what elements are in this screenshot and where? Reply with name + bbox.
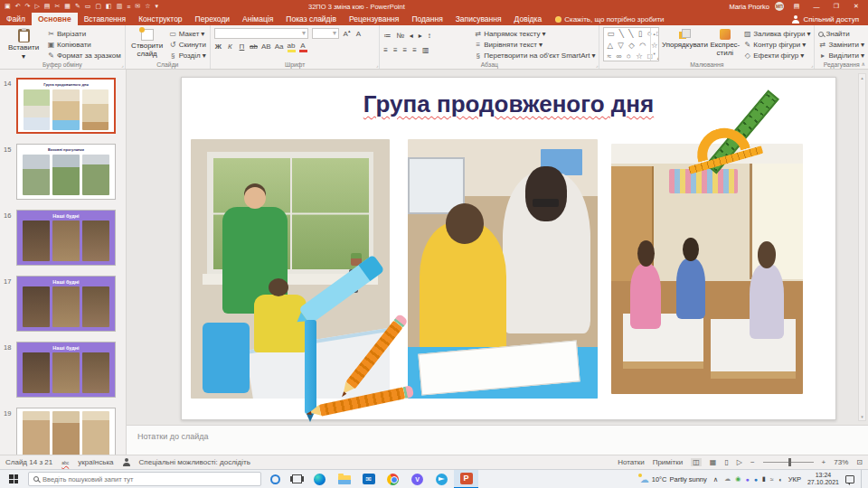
task-view-button[interactable] xyxy=(286,470,307,488)
arrange-button[interactable]: Упорядкувати xyxy=(663,27,706,49)
new-slide-button[interactable]: Створити слайд xyxy=(129,27,165,58)
slide-thumbnail-19[interactable]: 19 xyxy=(0,408,127,455)
bold-button[interactable]: Ж xyxy=(214,42,222,51)
language-indicator[interactable]: українська xyxy=(78,458,113,466)
zoom-in-button[interactable]: + xyxy=(822,458,826,466)
dialog-launcher-icon[interactable]: ⌟ xyxy=(121,62,123,68)
action-center-icon[interactable] xyxy=(845,475,854,483)
shapes-gallery-scrollbar[interactable]: ▴ ▾ xyxy=(650,28,658,61)
change-case-button[interactable]: Аа xyxy=(275,42,284,51)
quick-styles-button[interactable]: Експрес-стилі xyxy=(710,27,740,57)
cut-button[interactable]: ✂Вирізати xyxy=(47,30,121,38)
blue-pencil-clipart[interactable] xyxy=(305,320,316,414)
zoom-level[interactable]: 73% xyxy=(834,458,848,466)
columns-button[interactable]: ▥ xyxy=(422,46,429,54)
show-desktop-button[interactable] xyxy=(861,470,864,488)
slideshow-icon[interactable]: ▷ xyxy=(34,3,39,10)
align-center-button[interactable]: ≡ xyxy=(393,46,398,54)
scroll-up-icon[interactable]: ▴ xyxy=(861,75,863,80)
ribbon-display-options-icon[interactable]: ▤ xyxy=(789,3,804,10)
avatar[interactable]: МП xyxy=(775,2,784,11)
tab-view[interactable]: Подання xyxy=(405,13,448,25)
taskbar-app-explorer[interactable] xyxy=(332,470,356,488)
reset-button[interactable]: ↺Скинути xyxy=(169,41,206,49)
find-button[interactable]: Знайти xyxy=(818,30,864,38)
slide-thumbnail-14[interactable]: 14 Група продовженого дня xyxy=(0,78,127,137)
tab-home[interactable]: Основне xyxy=(32,13,78,25)
email-icon[interactable]: ✉ xyxy=(135,3,140,10)
table-icon[interactable]: ▦ xyxy=(64,3,71,10)
strikethrough-button[interactable]: ab xyxy=(250,42,258,51)
taskbar-app-edge[interactable] xyxy=(307,470,332,488)
tab-file[interactable]: Файл xyxy=(0,13,32,25)
layout-button[interactable]: ▭Макет▾ xyxy=(169,30,206,38)
fit-to-window-button[interactable]: ⊡ xyxy=(856,458,863,466)
draw-icon[interactable]: ✎ xyxy=(75,3,80,10)
redo-icon[interactable]: ↷ xyxy=(25,3,31,10)
dialog-launcher-icon[interactable]: ⌟ xyxy=(376,62,378,68)
taskbar-app-chrome[interactable] xyxy=(381,470,405,488)
shape-fill-button[interactable]: ▨Заливка фігури▾ xyxy=(743,30,810,38)
paste-button[interactable]: Вставити ▾ xyxy=(4,27,43,61)
shape-effects-button[interactable]: ◇Ефекти фігур▾ xyxy=(743,52,810,60)
tab-slideshow[interactable]: Показ слайдів xyxy=(279,13,343,25)
spellcheck-icon[interactable]: abc xyxy=(61,460,69,465)
slide-title[interactable]: Група продовженого дня xyxy=(182,90,835,118)
zoom-slider-thumb[interactable] xyxy=(788,458,791,466)
character-spacing-button[interactable]: АВ xyxy=(261,42,271,51)
textbox-icon[interactable]: ▭ xyxy=(85,3,91,10)
normal-view-button[interactable]: ◫ xyxy=(691,458,702,466)
tab-design[interactable]: Конструктор xyxy=(132,13,188,25)
slideshow-view-button[interactable]: ▷ xyxy=(737,458,742,466)
taskbar-search[interactable] xyxy=(28,472,261,486)
battery-icon[interactable]: ▮ xyxy=(762,475,766,483)
numbering-button[interactable]: № xyxy=(396,32,404,40)
slide-thumbnail-17[interactable]: 17 Наші будні xyxy=(0,276,127,335)
close-button[interactable]: ✕ xyxy=(849,3,863,10)
bluetooth-icon[interactable]: ● xyxy=(754,476,758,483)
dialog-launcher-icon[interactable]: ⌟ xyxy=(596,62,598,68)
line-spacing-button[interactable]: ↕ xyxy=(428,32,431,40)
notes-toggle-button[interactable]: Нотатки xyxy=(618,458,645,466)
layout-icon[interactable]: ▥ xyxy=(117,3,123,10)
taskbar-app-mail[interactable]: ✉ xyxy=(356,470,381,488)
list-icon[interactable]: ≡ xyxy=(127,4,130,10)
slide-canvas[interactable]: Група продовженого дня xyxy=(181,77,836,420)
collapse-ribbon-button[interactable]: ∧ xyxy=(862,61,865,67)
scroll-up-icon[interactable]: ▴ xyxy=(654,29,657,41)
notes-pane[interactable]: Нотатки до слайда xyxy=(127,425,868,455)
scroll-down-icon[interactable]: ▾ xyxy=(654,49,657,61)
taskbar-app-powerpoint[interactable]: P xyxy=(454,470,478,488)
text-direction-button[interactable]: ⇄Напрямок тексту▾ xyxy=(474,30,595,38)
tab-recording[interactable]: Записування xyxy=(449,13,508,25)
section-button[interactable]: §Розділ▾ xyxy=(169,52,206,60)
tab-help[interactable]: Довідка xyxy=(508,13,549,25)
onedrive-icon[interactable]: ☁ xyxy=(724,475,731,483)
bullets-button[interactable]: ≔ xyxy=(383,32,391,40)
slide-thumbnail-15[interactable]: 15 Виховні прогулянки xyxy=(0,144,127,203)
tab-transitions[interactable]: Переходи xyxy=(189,13,237,25)
slide-thumbnail-18[interactable]: 18 Наші будні xyxy=(0,342,127,401)
font-size-select[interactable]: ▾ xyxy=(312,28,339,39)
language-switcher[interactable]: УКР xyxy=(788,475,801,483)
favorite-icon[interactable]: ☆ xyxy=(145,3,150,10)
underline-button[interactable]: П xyxy=(238,42,246,51)
minimize-button[interactable]: — xyxy=(809,4,824,10)
tab-insert[interactable]: Вставлення xyxy=(78,13,132,25)
taskbar-app-telegram[interactable] xyxy=(429,470,454,488)
grow-font-button[interactable]: А▴ xyxy=(343,28,351,38)
network-icon[interactable]: ≈ xyxy=(770,476,774,483)
slide-indicator[interactable]: Слайд 14 з 21 xyxy=(5,458,52,466)
share-button[interactable]: Спільний доступ xyxy=(792,13,868,25)
highlight-color-button[interactable]: ab xyxy=(288,42,296,52)
select-button[interactable]: ▸Виділити▾ xyxy=(818,52,864,60)
picture-icon[interactable]: ◧ xyxy=(106,3,112,10)
photo-classroom-group[interactable] xyxy=(611,144,803,394)
dialog-launcher-icon[interactable]: ⌟ xyxy=(811,62,813,68)
photo-two-girls-writing[interactable] xyxy=(408,139,598,399)
indent-decrease-button[interactable]: ◂ xyxy=(410,32,413,40)
reading-view-button[interactable]: ▯ xyxy=(724,458,728,466)
slide-thumbnail-16[interactable]: 16 Наші будні xyxy=(0,210,127,269)
font-color-button[interactable]: А xyxy=(299,42,307,52)
cortana-button[interactable] xyxy=(264,470,286,488)
